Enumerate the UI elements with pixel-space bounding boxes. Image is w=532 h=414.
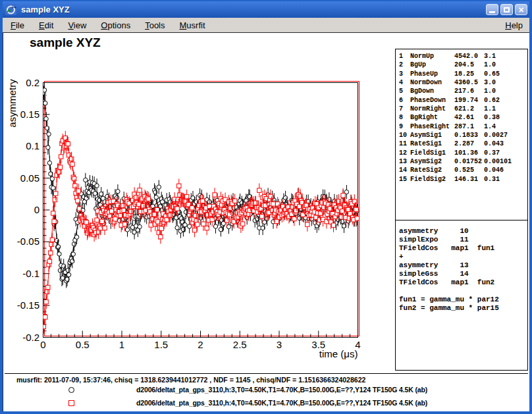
data-series-square <box>41 131 359 334</box>
minimize-icon <box>489 11 495 13</box>
svg-text:-0.05: -0.05 <box>17 236 40 247</box>
svg-text:0.5: 0.5 <box>76 339 90 350</box>
parameter-row: 7NormRight621.21.1 <box>399 105 527 113</box>
window-title: sample XYZ <box>21 5 486 14</box>
svg-text:0.2: 0.2 <box>26 77 40 88</box>
y-axis-label: asymmetry <box>7 79 18 128</box>
status-divider <box>5 373 528 374</box>
parameter-row: 9PhaseRight287.11.4 <box>399 122 527 131</box>
svg-text:1: 1 <box>119 339 124 350</box>
svg-text:-0.1: -0.1 <box>22 268 40 279</box>
svg-text:0: 0 <box>40 339 45 350</box>
parameter-row: 10AsymSig10.18330.0027 <box>399 131 527 140</box>
parameter-row: 13AsymSig20.017520.00101 <box>399 157 527 166</box>
svg-text:0: 0 <box>34 204 40 215</box>
menubar: FileEditViewOptionsToolsMusrfit Help <box>3 18 529 32</box>
parameter-row: 5BgDown217.61.0 <box>399 87 527 95</box>
menu-view[interactable]: View <box>61 19 93 32</box>
parameter-row: 12FieldSig1101.360.37 <box>399 149 527 157</box>
parameter-table: 1NormUp4542.03.12BgUp204.51.03PhaseUp18.… <box>396 49 527 220</box>
parameter-row: 6PhaseDown199.740.62 <box>399 96 527 105</box>
close-button[interactable]: × <box>515 4 527 15</box>
svg-text:2.5: 2.5 <box>233 339 247 350</box>
svg-text:-0.15: -0.15 <box>17 299 40 311</box>
menu-file[interactable]: File <box>3 19 32 32</box>
main-canvas: sample XYZ00.511.522.533.540.20.150.10.0… <box>3 32 529 411</box>
data-series-circle <box>41 83 359 288</box>
theory-block: asymmetry 10 simplExpo 11 TFieldCos map1… <box>396 220 527 313</box>
x-axis-label: time (μs) <box>319 348 358 359</box>
legend-label: d2006/deltat_pta_gps_3110,h:4,T0=4.50K,T… <box>136 399 427 407</box>
app-window: ++ sample XYZ × FileEditViewOptionsTools… <box>0 0 532 414</box>
window-controls: × <box>486 4 527 15</box>
menu-help[interactable]: Help <box>498 19 529 32</box>
app-icon: ++ <box>5 4 16 15</box>
legend-row: d2006/deltat_pta_gps_3110,h:3,T0=4.50K,T… <box>3 386 529 396</box>
titlebar[interactable]: ++ sample XYZ × <box>3 1 529 18</box>
svg-text:++: ++ <box>11 5 16 10</box>
parameter-row: 14RateSig20.5250.046 <box>399 166 527 174</box>
asymmetry-plot[interactable]: sample XYZ00.511.522.533.540.20.150.10.0… <box>3 33 394 373</box>
parameter-row: 3PhaseUp18.250.65 <box>399 70 527 78</box>
svg-text:0.15: 0.15 <box>20 109 40 120</box>
svg-text:1.5: 1.5 <box>154 339 168 350</box>
menu-tools[interactable]: Tools <box>138 19 172 32</box>
svg-text:3: 3 <box>277 339 282 350</box>
svg-text:2: 2 <box>198 339 203 350</box>
menu-musrfit[interactable]: Musrfit <box>173 19 213 32</box>
parameter-row: 4NormDown4360.53.0 <box>399 78 527 87</box>
parameter-row: 11RateSig12.2870.043 <box>399 140 527 148</box>
statusbar-text: musrfit: 2011-07-09, 15:37:46, chisq = 1… <box>16 376 523 384</box>
menu-edit[interactable]: Edit <box>32 19 61 32</box>
menu-items: FileEditViewOptionsToolsMusrfit <box>3 18 213 32</box>
parameter-row: 15FieldSig2146.310.31 <box>399 175 527 184</box>
maximize-button[interactable] <box>500 4 513 15</box>
menu-options[interactable]: Options <box>93 19 138 32</box>
svg-text:-0.2: -0.2 <box>22 332 40 343</box>
parameter-row: 2BgUp204.51.0 <box>399 61 527 69</box>
maximize-icon <box>504 7 510 13</box>
legend-marker-square <box>68 400 74 406</box>
parameter-row: 8BgRight42.610.38 <box>399 113 527 122</box>
minimize-button[interactable] <box>486 4 498 15</box>
svg-text:0.05: 0.05 <box>20 172 40 184</box>
svg-text:0.1: 0.1 <box>26 140 40 151</box>
legend-marker-circle <box>68 387 74 393</box>
plot-title: sample XYZ <box>30 36 101 49</box>
fit-output-panel: 1NormUp4542.03.12BgUp204.51.03PhaseUp18.… <box>395 49 528 371</box>
legend-label: d2006/deltat_pta_gps_3110,h:3,T0=4.50K,T… <box>136 386 427 394</box>
parameter-row: 1NormUp4542.03.1 <box>399 52 527 61</box>
close-icon: × <box>518 5 523 14</box>
legend-row: d2006/deltat_pta_gps_3110,h:4,T0=4.50K,T… <box>3 399 529 409</box>
